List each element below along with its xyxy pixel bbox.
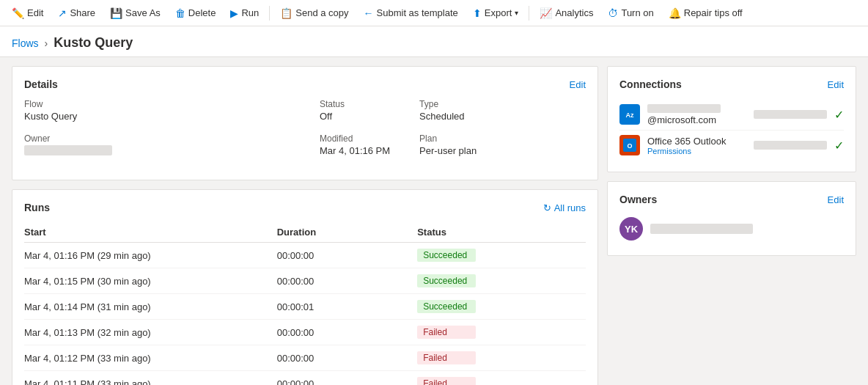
all-runs-button[interactable]: ↻ All runs: [543, 202, 586, 213]
divider2: [529, 6, 529, 21]
export-chevron-icon: ▾: [515, 9, 518, 17]
connection-row-2: O Office 365 Outlook Permissions ✓: [619, 131, 844, 160]
run-start-cell: Mar 4, 01:14 PM (31 min ago): [24, 294, 277, 320]
run-duration-cell: 00:00:00: [277, 345, 418, 371]
owner-group: Owner: [24, 133, 290, 156]
modified-group: Modified Mar 4, 01:16 PM: [320, 133, 390, 156]
left-panel: Details Edit Flow Kusto Query Owner: [12, 66, 598, 385]
col-start-header: Start: [24, 222, 277, 243]
modified-label: Modified: [320, 133, 390, 144]
runs-table-header-row: Start Duration Status: [24, 222, 586, 243]
owner-display-name: [650, 224, 753, 234]
details-edit-link[interactable]: Edit: [570, 79, 586, 90]
save-icon: 💾: [110, 7, 122, 19]
run-duration-cell: 00:00:00: [277, 268, 418, 294]
run-start-cell: Mar 4, 01:12 PM (33 min ago): [24, 345, 277, 371]
breadcrumb: Flows › Kusto Query: [0, 26, 868, 57]
send-copy-icon: 📋: [280, 7, 293, 19]
analytics-icon: 📈: [540, 7, 552, 19]
col-status-header: Status: [417, 222, 586, 243]
details-grid: Flow Kusto Query Owner Status Off: [24, 99, 586, 168]
connection-row-1: Az @microsoft.com ✓: [619, 99, 844, 131]
run-start-cell: Mar 4, 01:16 PM (29 min ago): [24, 243, 277, 268]
run-duration-cell: 00:00:00: [277, 320, 418, 345]
details-right-col: Status Off Modified Mar 4, 01:16 PM Type…: [320, 99, 586, 168]
send-copy-button[interactable]: 📋 Send a copy: [274, 4, 354, 22]
repair-tips-button[interactable]: 🔔 Repair tips off: [663, 4, 749, 22]
run-start-cell: Mar 4, 01:11 PM (33 min ago): [24, 371, 277, 386]
details-card: Details Edit Flow Kusto Query Owner: [12, 66, 598, 180]
plan-value: Per-user plan: [419, 145, 477, 156]
table-row[interactable]: Mar 4, 01:12 PM (33 min ago) 00:00:00 Fa…: [24, 345, 586, 371]
repair-tips-icon: 🔔: [669, 7, 681, 19]
connections-card: Connections Edit Az @microsoft.com: [607, 66, 856, 172]
table-row[interactable]: Mar 4, 01:16 PM (29 min ago) 00:00:00 Su…: [24, 243, 586, 268]
refresh-icon: ↻: [543, 202, 551, 213]
run-status-cell: Failed: [417, 320, 586, 345]
breadcrumb-separator: ›: [45, 37, 48, 49]
status-badge: Failed: [417, 351, 476, 364]
breadcrumb-current-page: Kusto Query: [54, 35, 133, 51]
status-group: Status Off: [320, 99, 390, 122]
connections-card-header: Connections Edit: [619, 78, 844, 90]
run-icon: ▶: [230, 7, 238, 19]
right-panel: Connections Edit Az @microsoft.com: [607, 66, 856, 385]
connection-2-info: Office 365 Outlook Permissions: [647, 136, 746, 155]
connections-edit-link[interactable]: Edit: [828, 79, 844, 90]
status-label: Status: [320, 99, 390, 109]
share-button[interactable]: ↗ Share: [52, 4, 101, 22]
table-row[interactable]: Mar 4, 01:13 PM (32 min ago) 00:00:00 Fa…: [24, 320, 586, 345]
table-row[interactable]: Mar 4, 01:11 PM (33 min ago) 00:00:00 Fa…: [24, 371, 586, 386]
connection-1-name: @microsoft.com: [647, 103, 746, 125]
export-button[interactable]: ⬆ Export ▾: [467, 4, 525, 22]
edit-button[interactable]: ✏️ Edit: [6, 4, 49, 22]
delete-icon: 🗑: [175, 7, 185, 19]
run-duration-cell: 00:00:01: [277, 294, 418, 320]
connection-outlook-icon: O: [619, 135, 640, 155]
connection-2-account: [754, 141, 827, 150]
connection-2-permissions[interactable]: Permissions: [647, 147, 746, 155]
run-status-cell: Succeeded: [417, 294, 586, 320]
status-badge: Failed: [417, 326, 476, 339]
status-badge: Succeeded: [417, 300, 476, 313]
type-group: Type Scheduled: [419, 99, 477, 122]
export-icon: ⬆: [473, 7, 482, 19]
owners-edit-link[interactable]: Edit: [828, 194, 844, 205]
connection-1-info: @microsoft.com: [647, 103, 746, 125]
outlook-logo: O: [623, 139, 636, 152]
owner-value: [24, 145, 112, 155]
connection-1-account: [754, 110, 827, 119]
toolbar: ✏️ Edit ↗ Share 💾 Save As 🗑 Delete ▶ Run…: [0, 0, 868, 26]
svg-text:O: O: [627, 142, 632, 150]
connection-2-check-icon: ✓: [834, 139, 844, 153]
owner-label: Owner: [24, 133, 290, 144]
analytics-button[interactable]: 📈 Analytics: [534, 4, 599, 22]
status-value: Off: [320, 111, 390, 122]
svg-text:Az: Az: [626, 111, 634, 119]
run-status-cell: Failed: [417, 345, 586, 371]
details-title: Details: [24, 78, 58, 90]
status-badge: Succeeded: [417, 274, 476, 287]
owners-card-header: Owners Edit: [619, 194, 844, 205]
turn-on-button[interactable]: ⏱ Turn on: [602, 4, 659, 22]
modified-value: Mar 4, 01:16 PM: [320, 145, 390, 156]
owner-row-1: YK: [619, 214, 844, 243]
flow-value: Kusto Query: [24, 111, 290, 122]
status-badge: Succeeded: [417, 249, 476, 262]
runs-card: Runs ↻ All runs Start Duration Status Ma…: [12, 189, 598, 385]
connection-2-name: Office 365 Outlook: [647, 136, 746, 147]
save-as-button[interactable]: 💾 Save As: [104, 4, 166, 22]
turn-on-icon: ⏱: [608, 7, 618, 19]
run-status-cell: Failed: [417, 371, 586, 386]
plan-group: Plan Per-user plan: [419, 133, 477, 156]
share-icon: ↗: [58, 7, 67, 19]
runs-card-header: Runs ↻ All runs: [24, 202, 586, 213]
runs-title: Runs: [24, 202, 50, 213]
run-start-cell: Mar 4, 01:13 PM (32 min ago): [24, 320, 277, 345]
submit-template-button[interactable]: ← Submit as template: [358, 4, 464, 22]
run-button[interactable]: ▶ Run: [224, 4, 265, 22]
table-row[interactable]: Mar 4, 01:15 PM (30 min ago) 00:00:00 Su…: [24, 268, 586, 294]
table-row[interactable]: Mar 4, 01:14 PM (31 min ago) 00:00:01 Su…: [24, 294, 586, 320]
breadcrumb-flows-link[interactable]: Flows: [12, 37, 39, 49]
delete-button[interactable]: 🗑 Delete: [169, 4, 222, 22]
